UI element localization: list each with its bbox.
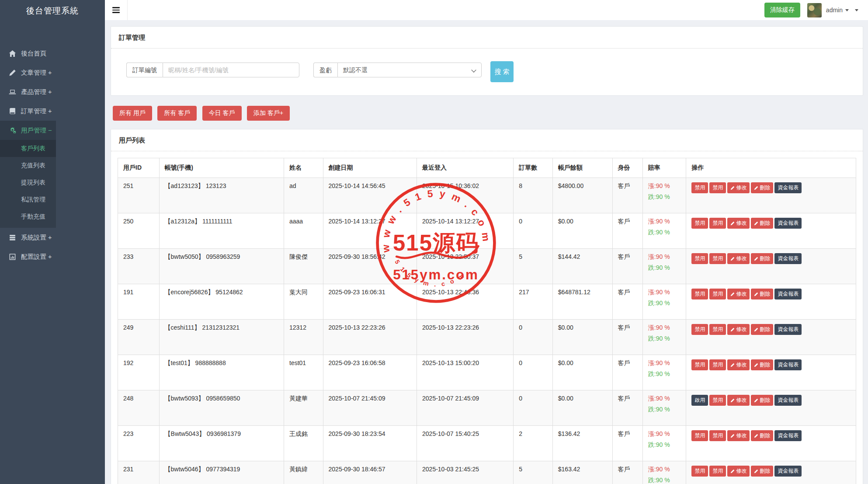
col-account: 帳號(手機) <box>159 158 284 178</box>
topbar: 清除緩存 admin <box>105 0 868 20</box>
sidebar-item-label: 配置設置 + <box>21 253 52 261</box>
odds-cell: 漲:90 %跌:90 % <box>642 355 686 390</box>
edit-button[interactable]: 修改 <box>727 289 750 299</box>
sidebar-item-system-settings[interactable]: 系統設置 + <box>0 228 56 247</box>
table-row: 231【bwtw5046】 0977394319黃鎮緯2025-09-30 18… <box>118 461 856 484</box>
sidebar-subitem-recharge-list[interactable]: 充值列表 <box>0 157 56 174</box>
sidebar-toggle-button[interactable] <box>105 0 128 20</box>
search-button[interactable]: 搜 索 <box>490 61 514 82</box>
delete-button[interactable]: 刪除 <box>751 182 773 193</box>
table-row: 249【ceshi111】 21312312321123122025-10-13… <box>118 320 856 355</box>
name-cell: 黃建華 <box>284 390 323 426</box>
fund-report-button[interactable]: 資金報表 <box>774 289 802 299</box>
disable-button[interactable]: 禁用 <box>709 253 726 264</box>
sidebar-subitem-message-management[interactable]: 私訊管理 <box>0 191 56 208</box>
disable-button[interactable]: 禁用 <box>691 359 708 370</box>
delete-button[interactable]: 刪除 <box>751 466 773 477</box>
disable-button[interactable]: 禁用 <box>691 289 708 299</box>
caret-down-icon[interactable] <box>855 9 858 11</box>
disable-button[interactable]: 禁用 <box>709 324 726 335</box>
disable-button[interactable]: 禁用 <box>709 289 726 299</box>
delete-button[interactable]: 刪除 <box>751 253 773 264</box>
user-id-cell: 250 <box>118 213 160 249</box>
user-id-cell: 231 <box>118 461 160 484</box>
odds-down: 跌:90 % <box>648 406 684 414</box>
edit-button[interactable]: 修改 <box>727 359 750 370</box>
disable-button[interactable]: 禁用 <box>709 182 726 193</box>
fund-report-button[interactable]: 資金報表 <box>774 324 802 335</box>
pencil-icon <box>754 398 758 403</box>
delete-button[interactable]: 刪除 <box>751 324 773 335</box>
delete-button[interactable]: 刪除 <box>751 359 773 370</box>
identity-cell: 客戶 <box>612 355 642 390</box>
sidebar-item-label: 文章管理 + <box>21 69 52 77</box>
col-name: 姓名 <box>284 158 323 178</box>
edit-button[interactable]: 修改 <box>727 324 750 335</box>
odds-up: 漲:90 % <box>648 395 684 403</box>
col-user-id: 用戶ID <box>118 158 160 178</box>
sidebar-subitem-manual-recharge[interactable]: 手動充值 <box>0 208 56 225</box>
fund-report-button[interactable]: 資金報表 <box>774 395 802 406</box>
profit-select[interactable]: 默認不選 <box>337 63 482 77</box>
pencil-icon <box>730 292 735 296</box>
disable-button[interactable]: 禁用 <box>709 430 726 441</box>
fund-report-button[interactable]: 資金報表 <box>774 430 802 441</box>
sidebar-item-users[interactable]: 用戶管理 − <box>0 121 56 140</box>
edit-button[interactable]: 修改 <box>727 466 750 477</box>
disable-button[interactable]: 禁用 <box>691 182 708 193</box>
fund-report-button[interactable]: 資金報表 <box>774 218 802 229</box>
disable-button[interactable]: 禁用 <box>709 218 726 229</box>
account-cell: 【Bwtw5043】 0936981379 <box>159 426 284 461</box>
edit-button[interactable]: 修改 <box>727 395 750 406</box>
delete-button[interactable]: 刪除 <box>751 218 773 229</box>
disable-button[interactable]: 禁用 <box>709 359 726 370</box>
odds-up: 漲:90 % <box>648 430 684 438</box>
name-cell: 王成銘 <box>284 426 323 461</box>
edit-button[interactable]: 修改 <box>727 218 750 229</box>
today-customers-button[interactable]: 今日 客戶 <box>202 106 242 121</box>
search-input[interactable] <box>163 63 299 77</box>
disable-button[interactable]: 禁用 <box>691 218 708 229</box>
disable-button[interactable]: 禁用 <box>691 430 708 441</box>
disable-button[interactable]: 禁用 <box>709 395 726 406</box>
clear-cache-button[interactable]: 清除緩存 <box>764 3 800 17</box>
disable-button[interactable]: 禁用 <box>691 324 708 335</box>
fund-report-button[interactable]: 資金報表 <box>774 182 802 193</box>
disable-button[interactable]: 禁用 <box>691 466 708 477</box>
all-customers-button[interactable]: 所有 客戶 <box>157 106 197 121</box>
user-list-panel: 用戶列表 用戶ID 帳號(手機) 姓名 創建日期 最近登入 <box>111 129 863 484</box>
last-login-cell: 2025-10-03 21:45:25 <box>417 461 514 484</box>
delete-button[interactable]: 刪除 <box>751 395 773 406</box>
edit-button[interactable]: 修改 <box>727 430 750 441</box>
disable-button[interactable]: 禁用 <box>691 253 708 264</box>
sidebar-subitem-customer-list[interactable]: 客戶列表 <box>0 140 56 157</box>
disable-button[interactable]: 禁用 <box>709 466 726 477</box>
pencil-icon <box>754 327 758 332</box>
sidebar-item-articles[interactable]: 文章管理 + <box>0 63 56 82</box>
delete-button[interactable]: 刪除 <box>751 289 773 299</box>
fund-report-button[interactable]: 資金報表 <box>774 253 802 264</box>
user-dropdown[interactable]: admin <box>826 7 849 14</box>
pencil-icon <box>730 186 735 190</box>
fund-report-button[interactable]: 資金報表 <box>774 466 802 477</box>
col-created: 創建日期 <box>323 158 417 178</box>
actions-cell: 禁用禁用修改刪除資金報表 <box>686 461 856 484</box>
edit-button[interactable]: 修改 <box>727 253 750 264</box>
user-management-group: 用戶管理 − 客戶列表 充值列表 提現列表 私訊管理 手動充值 <box>0 121 56 228</box>
add-customer-button[interactable]: 添加 客戶+ <box>247 106 290 121</box>
sidebar-item-orders[interactable]: 訂單管理 + <box>0 101 56 121</box>
sidebar-item-config-settings[interactable]: 配置設置 + <box>0 247 56 266</box>
delete-button[interactable]: 刪除 <box>751 430 773 441</box>
odds-up: 漲:90 % <box>648 218 684 226</box>
avatar[interactable] <box>807 3 822 17</box>
edit-button[interactable]: 修改 <box>727 182 750 193</box>
enable-button[interactable]: 啟用 <box>691 395 708 406</box>
all-users-button[interactable]: 所有 用戶 <box>113 106 152 121</box>
chart-icon <box>9 253 16 261</box>
sidebar-item-home[interactable]: 後台首頁 <box>0 44 56 63</box>
sidebar-subitem-withdraw-list[interactable]: 提現列表 <box>0 174 56 191</box>
table-row: 248【bwtw5093】 0958659850黃建華2025-10-07 21… <box>118 390 856 426</box>
fund-report-button[interactable]: 資金報表 <box>774 359 802 370</box>
table-row: 192【test01】 988888888test012025-09-23 16… <box>118 355 856 390</box>
sidebar-item-products[interactable]: 產品管理 + <box>0 82 56 101</box>
